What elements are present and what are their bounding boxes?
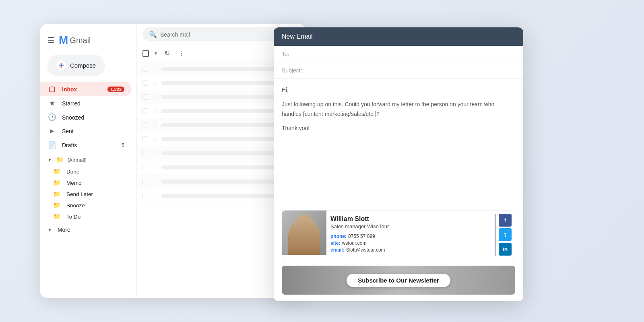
compose-header-title: New Email: [282, 33, 312, 40]
body-line1: Hi,: [282, 85, 515, 95]
compose-plus-icon: [56, 60, 66, 70]
signature-phone: phone: 8755 57 099: [330, 233, 491, 239]
twitter-icon: t: [504, 231, 506, 238]
sidebar-item-inbox[interactable]: ▢ Inbox 1,322: [40, 82, 132, 96]
row-star-icon[interactable]: ☆: [152, 150, 157, 157]
to-label: To:: [282, 51, 289, 57]
phone-value: 8755 57 099: [348, 233, 375, 239]
hamburger-icon[interactable]: ☰: [47, 35, 55, 45]
compose-header: New Email: [274, 27, 523, 46]
subfolder-icon: 📁: [53, 213, 61, 220]
site-value: wstour.com: [342, 240, 367, 246]
sent-label: Sent: [62, 128, 124, 134]
row-checkbox[interactable]: [142, 80, 148, 86]
sidebar-item-todo[interactable]: 📁 To Do: [40, 211, 136, 222]
drafts-badge: 5: [122, 142, 124, 148]
sidebar-item-drafts[interactable]: 📄 Drafts 5: [40, 138, 132, 152]
select-all-checkbox[interactable]: [142, 50, 149, 57]
more-label: More: [58, 227, 70, 233]
gmail-sidebar: ☰ M Gmail Compose ▢ Inbox 1,322: [40, 24, 137, 298]
row-star-icon[interactable]: ☆: [152, 178, 157, 185]
signature-name: William Slott: [330, 215, 491, 223]
row-star-icon[interactable]: ☆: [152, 79, 157, 87]
drafts-icon: 📄: [47, 141, 56, 149]
row-star-icon[interactable]: ☆: [152, 93, 157, 101]
row-checkbox[interactable]: [142, 179, 148, 184]
row-checkbox[interactable]: [142, 136, 148, 142]
signature-social: f t in: [495, 211, 515, 259]
subfolder-icon: 📁: [53, 190, 61, 198]
sidebar-item-snoozed[interactable]: 🕐 Snoozed: [40, 110, 132, 124]
airmail-section[interactable]: ▼ 📁 [Airmail]: [40, 154, 136, 166]
row-checkbox[interactable]: [142, 94, 148, 100]
sidebar-header: ☰ M Gmail: [40, 31, 136, 55]
facebook-button[interactable]: f: [499, 214, 512, 227]
sidebar-item-sent[interactable]: ► Sent: [40, 124, 132, 138]
signature-info: William Slott Sales manager WiseTour pho…: [326, 211, 495, 259]
newsletter-banner: Subscribe to Our Newsletter: [282, 266, 515, 295]
compose-button[interactable]: Compose: [47, 55, 105, 76]
inbox-icon: ▢: [47, 85, 56, 93]
newsletter-subscribe-button[interactable]: Subscribe to Our Newsletter: [347, 274, 450, 287]
compose-to-field[interactable]: To:: [274, 46, 523, 62]
compose-body[interactable]: Hi, Just following up on this. Could you…: [274, 79, 523, 204]
done-label: Done: [66, 169, 79, 175]
gmail-panel: ☰ M Gmail Compose ▢ Inbox 1,322: [40, 24, 306, 298]
row-checkbox[interactable]: [142, 151, 148, 156]
avatar-body: [288, 219, 320, 255]
subject-label: Subject:: [282, 67, 302, 74]
row-star-icon[interactable]: ☆: [152, 192, 157, 199]
sent-icon: ►: [47, 127, 56, 135]
compose-subject-field[interactable]: Subject:: [274, 62, 523, 79]
sidebar-item-memo[interactable]: 📁 Memo: [40, 177, 136, 188]
row-star-icon[interactable]: ☆: [152, 107, 157, 115]
sidebar-item-done[interactable]: 📁 Done: [40, 166, 136, 177]
email-signature: William Slott Sales manager WiseTour pho…: [282, 210, 515, 259]
sidebar-item-starred[interactable]: ★ Starred: [40, 96, 132, 110]
signature-site: site: wstour.com: [330, 240, 491, 246]
select-dropdown-icon[interactable]: ▼: [154, 51, 158, 56]
subfolder-icon: 📁: [53, 179, 61, 186]
site-label: site:: [330, 240, 341, 246]
row-star-icon[interactable]: ☆: [152, 65, 157, 72]
email-label: email:: [330, 247, 345, 253]
gmail-m-icon: M: [59, 34, 67, 47]
signature-email: email: Slott@wstour.com: [330, 247, 491, 253]
body-line3: Thank you!: [282, 124, 515, 133]
todo-label: To Do: [66, 214, 80, 220]
snooze-label: Snooze: [66, 202, 85, 208]
star-icon: ★: [47, 99, 56, 107]
snoozed-icon: 🕐: [47, 113, 56, 122]
send-later-label: Send Later: [66, 191, 93, 197]
sidebar-item-snooze[interactable]: 📁 Snooze: [40, 200, 136, 211]
row-checkbox[interactable]: [142, 108, 148, 114]
linkedin-icon: in: [503, 246, 508, 252]
row-checkbox[interactable]: [142, 122, 148, 128]
collapse-icon: ▼: [47, 157, 52, 162]
drafts-label: Drafts: [62, 142, 116, 149]
refresh-button[interactable]: ↻: [163, 47, 171, 59]
linkedin-button[interactable]: in: [499, 243, 512, 256]
signature-title: Sales manager WiseTour: [330, 223, 491, 229]
row-checkbox[interactable]: [142, 66, 148, 72]
airmail-label: [Airmail]: [68, 157, 87, 163]
compose-label: Compose: [70, 62, 96, 69]
gmail-logo: M Gmail: [59, 34, 91, 47]
snoozed-label: Snoozed: [62, 114, 124, 121]
twitter-button[interactable]: t: [499, 228, 512, 241]
row-star-icon[interactable]: ☆: [152, 136, 157, 143]
facebook-icon: f: [504, 217, 506, 223]
row-checkbox[interactable]: [142, 165, 148, 170]
inbox-badge: 1,322: [107, 87, 124, 92]
more-arrow-icon: ▼: [47, 227, 52, 232]
sidebar-item-send-later[interactable]: 📁 Send Later: [40, 188, 136, 200]
search-icon: 🔍: [149, 31, 157, 38]
row-star-icon[interactable]: ☆: [152, 164, 157, 171]
more-options-button[interactable]: ⋮: [176, 47, 186, 59]
row-checkbox[interactable]: [142, 193, 148, 198]
folder-icon: 📁: [56, 156, 64, 163]
sidebar-item-more[interactable]: ▼ More: [40, 224, 132, 236]
row-star-icon[interactable]: ☆: [152, 122, 157, 129]
starred-label: Starred: [62, 100, 124, 107]
body-line2: Just following up on this. Could you for…: [282, 100, 515, 119]
